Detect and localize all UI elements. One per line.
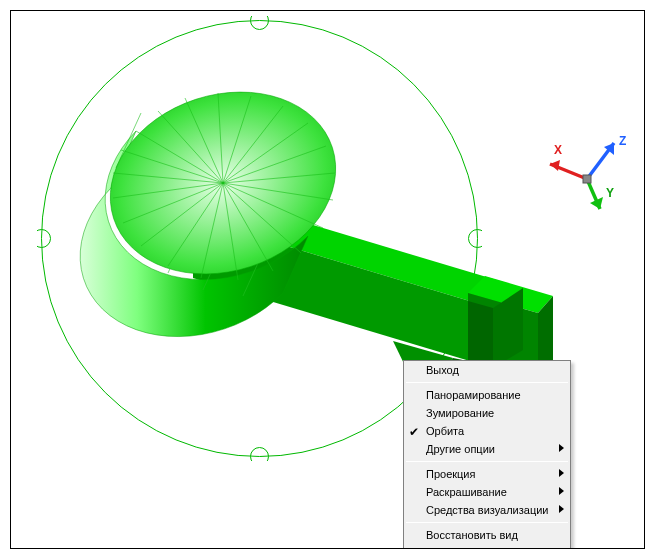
chevron-right-icon xyxy=(559,505,564,513)
menu-label: Панорамирование xyxy=(426,389,521,401)
menu-label: Выход xyxy=(426,364,459,376)
menu-label: Проекция xyxy=(426,468,475,480)
axis-gizmo[interactable]: X Z Y xyxy=(542,129,632,219)
menu-zoom[interactable]: Зумирование xyxy=(404,404,570,422)
menu-separator xyxy=(406,461,568,462)
svg-point-3 xyxy=(37,230,51,248)
chevron-right-icon xyxy=(559,444,564,452)
menu-label: Восстановить вид xyxy=(426,529,518,541)
axis-y-label: Y xyxy=(606,186,614,200)
axis-x-label: X xyxy=(554,143,562,157)
menu-shading[interactable]: Раскрашивание xyxy=(404,483,570,501)
check-icon: ✔ xyxy=(409,423,419,441)
menu-other-options[interactable]: Другие опции xyxy=(404,440,570,458)
svg-rect-48 xyxy=(583,175,591,183)
menu-label: Зумирование xyxy=(426,407,494,419)
menu-label: Средства визуализации xyxy=(426,504,549,516)
context-menu: Выход Панорамирование Зумирование ✔ Орби… xyxy=(403,360,571,548)
menu-orbit[interactable]: ✔ Орбита xyxy=(404,422,570,440)
menu-projection[interactable]: Проекция xyxy=(404,465,570,483)
viewport-3d[interactable]: X Z Y Выход Панорамирование Зумирование xyxy=(11,11,644,548)
menu-label: Орбита xyxy=(426,425,464,437)
chevron-right-icon xyxy=(559,487,564,495)
menu-label: Другие опции xyxy=(426,443,495,455)
menu-restore-view[interactable]: Восстановить вид xyxy=(404,526,570,544)
menu-label: Раскрашивание xyxy=(426,486,507,498)
menu-separator xyxy=(406,382,568,383)
menu-pan[interactable]: Панорамирование xyxy=(404,386,570,404)
viewport-frame: X Z Y Выход Панорамирование Зумирование xyxy=(10,10,645,549)
menu-label: Стандартные виды xyxy=(426,547,524,548)
svg-marker-10 xyxy=(468,301,493,368)
menu-standard-views[interactable]: Стандартные виды xyxy=(404,544,570,548)
menu-visual-aids[interactable]: Средства визуализации xyxy=(404,501,570,519)
svg-point-2 xyxy=(251,448,269,462)
menu-exit[interactable]: Выход xyxy=(404,361,570,379)
svg-point-1 xyxy=(251,16,269,30)
chevron-right-icon xyxy=(559,469,564,477)
axis-z-label: Z xyxy=(619,134,626,148)
menu-separator xyxy=(406,522,568,523)
